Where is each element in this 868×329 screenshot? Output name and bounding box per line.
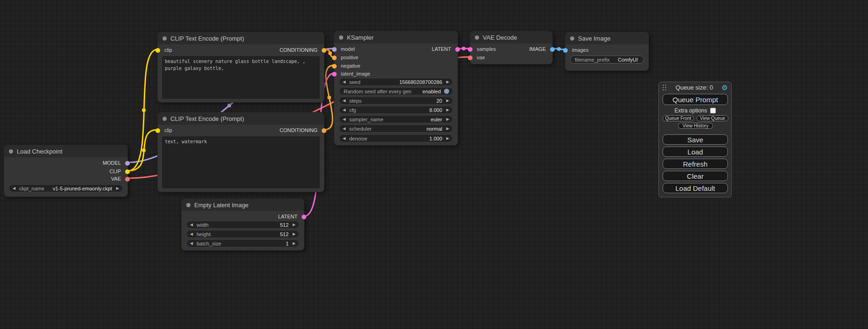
node-empty-latent-image[interactable]: Empty Latent Image LATENT ◀ width 512 ▶ … — [181, 198, 304, 251]
filename-prefix-widget[interactable]: filename_prefix ComfyUI — [570, 56, 644, 63]
collapse-dot-icon[interactable] — [9, 149, 13, 154]
collapse-dot-icon[interactable] — [570, 36, 574, 41]
positive-input-socket[interactable] — [332, 56, 337, 60]
node-ksampler[interactable]: KSampler model LATENT positive negative … — [334, 31, 458, 146]
extra-options-checkbox[interactable] — [710, 108, 716, 113]
load-default-button[interactable]: Load Default — [663, 183, 728, 193]
node-title-bar[interactable]: Load Checkpoint — [4, 145, 127, 157]
clip-input-socket[interactable] — [155, 48, 160, 53]
queue-front-button[interactable]: Queue Front — [663, 115, 694, 121]
decrement-icon[interactable]: ◀ — [343, 115, 347, 123]
widget-label: scheduler — [349, 126, 372, 132]
model-input-socket[interactable] — [332, 47, 337, 52]
latent-image-input-socket[interactable] — [332, 72, 337, 77]
refresh-button[interactable]: Refresh — [663, 159, 728, 169]
increment-icon[interactable]: ▶ — [291, 221, 296, 229]
collapse-dot-icon[interactable] — [475, 35, 479, 40]
images-input-socket[interactable] — [563, 48, 568, 53]
collapse-dot-icon[interactable] — [186, 203, 191, 207]
node-clip-text-encode-positive[interactable]: CLIP Text Encode (Prompt) clip CONDITION… — [157, 32, 325, 103]
input-label-images: images — [572, 47, 588, 53]
increment-icon[interactable]: ▶ — [445, 106, 449, 114]
increment-icon[interactable]: ▶ — [445, 78, 449, 86]
link-dot — [142, 108, 146, 112]
queue-prompt-button[interactable]: Queue Prompt — [663, 94, 728, 105]
conditioning-output-socket[interactable] — [322, 128, 326, 133]
save-button[interactable]: Save — [663, 134, 728, 145]
denoise-widget[interactable]: ◀ denoise 1.000 ▶ — [339, 134, 453, 142]
batch-size-widget[interactable]: ◀ batch_size 1 ▶ — [186, 239, 299, 247]
view-queue-button[interactable]: View Queue — [697, 115, 728, 121]
decrement-icon[interactable]: ◀ — [343, 78, 347, 86]
decrement-icon[interactable]: ◀ — [13, 184, 17, 192]
node-title: CLIP Text Encode (Prompt) — [170, 115, 244, 122]
node-title-bar[interactable]: KSampler — [334, 31, 458, 43]
view-history-button[interactable]: View History — [678, 123, 713, 129]
output-row: VAE — [4, 175, 127, 183]
output-label-conditioning: CONDITIONING — [280, 127, 318, 133]
width-widget[interactable]: ◀ width 512 ▶ — [186, 221, 299, 229]
increment-icon[interactable]: ▶ — [114, 184, 119, 192]
increment-icon[interactable]: ▶ — [445, 125, 449, 133]
decrement-icon[interactable]: ◀ — [343, 97, 347, 105]
toggle-knob-icon[interactable] — [444, 89, 449, 94]
sampler-name-widget[interactable]: ◀ sampler_name euler ▶ — [339, 115, 453, 123]
image-output-socket[interactable] — [550, 47, 555, 52]
model-output-socket[interactable] — [125, 161, 130, 166]
clip-input-socket[interactable] — [155, 128, 160, 133]
node-title: Empty Latent Image — [194, 202, 248, 209]
negative-input-socket[interactable] — [332, 64, 337, 69]
node-title: CLIP Text Encode (Prompt) — [170, 35, 244, 42]
load-button[interactable]: Load — [663, 147, 728, 157]
vae-input-socket[interactable] — [468, 56, 473, 60]
latent-output-socket[interactable] — [302, 215, 306, 219]
node-title-bar[interactable]: VAE Decode — [470, 31, 552, 43]
steps-widget[interactable]: ◀ steps 20 ▶ — [339, 97, 453, 105]
increment-icon[interactable]: ▶ — [445, 115, 449, 123]
node-title-bar[interactable]: CLIP Text Encode (Prompt) — [158, 32, 324, 44]
widget-label: height — [197, 231, 211, 237]
decrement-icon[interactable]: ◀ — [190, 230, 195, 238]
collapse-dot-icon[interactable] — [162, 36, 167, 41]
node-save-image[interactable]: Save Image images filename_prefix ComfyU… — [565, 32, 649, 71]
node-title-bar[interactable]: Save Image — [565, 32, 649, 44]
output-label-latent: LATENT — [432, 46, 451, 52]
samples-input-socket[interactable] — [468, 47, 473, 52]
increment-icon[interactable]: ▶ — [291, 239, 296, 247]
node-clip-text-encode-negative[interactable]: CLIP Text Encode (Prompt) clip CONDITION… — [157, 112, 325, 192]
widget-value: 8.000 — [356, 107, 442, 113]
node-vae-decode[interactable]: VAE Decode samples IMAGE vae — [470, 31, 553, 64]
prompt-text-area[interactable]: text, watermark — [162, 136, 320, 189]
clear-button[interactable]: Clear — [663, 171, 728, 181]
collapse-dot-icon[interactable] — [162, 117, 167, 121]
decrement-icon[interactable]: ◀ — [190, 221, 195, 229]
widget-label: steps — [349, 98, 361, 104]
height-widget[interactable]: ◀ height 512 ▶ — [186, 230, 299, 238]
clip-output-socket[interactable] — [125, 169, 130, 174]
conditioning-output-socket[interactable] — [322, 48, 326, 53]
node-title: Load Checkpoint — [17, 148, 63, 155]
prompt-text-area[interactable]: beautiful scenery nature glass bottle la… — [162, 56, 320, 99]
node-title-bar[interactable]: CLIP Text Encode (Prompt) — [158, 112, 324, 125]
increment-icon[interactable]: ▶ — [445, 134, 449, 142]
decrement-icon[interactable]: ◀ — [343, 125, 347, 133]
seed-widget[interactable]: ◀ seed 156680208700286 ▶ — [339, 78, 453, 86]
decrement-icon[interactable]: ◀ — [343, 134, 347, 142]
increment-icon[interactable]: ▶ — [445, 97, 449, 105]
decrement-icon[interactable]: ◀ — [343, 106, 347, 114]
ckpt-name-widget[interactable]: ◀ ckpt_name v1-5-pruned-emaonly.ckpt ▶ — [9, 184, 123, 192]
decrement-icon[interactable]: ◀ — [190, 239, 195, 247]
cfg-widget[interactable]: ◀ cfg 8.000 ▶ — [339, 106, 453, 114]
latent-output-socket[interactable] — [455, 47, 460, 52]
node-title-bar[interactable]: Empty Latent Image — [182, 199, 304, 211]
scheduler-widget[interactable]: ◀ scheduler normal ▶ — [339, 125, 453, 133]
extra-options-label: Extra options — [674, 107, 707, 114]
vae-output-socket[interactable] — [125, 177, 130, 182]
increment-icon[interactable]: ▶ — [291, 230, 296, 238]
node-title: KSampler — [347, 34, 374, 41]
settings-gear-icon[interactable]: ⚙ — [722, 84, 728, 91]
random-seed-toggle[interactable]: Random seed after every gen enabled — [339, 87, 453, 95]
drag-handle-icon[interactable] — [662, 84, 667, 91]
collapse-dot-icon[interactable] — [339, 35, 343, 40]
node-load-checkpoint[interactable]: Load Checkpoint MODEL CLIP VAE ◀ ckpt_na… — [4, 145, 128, 197]
